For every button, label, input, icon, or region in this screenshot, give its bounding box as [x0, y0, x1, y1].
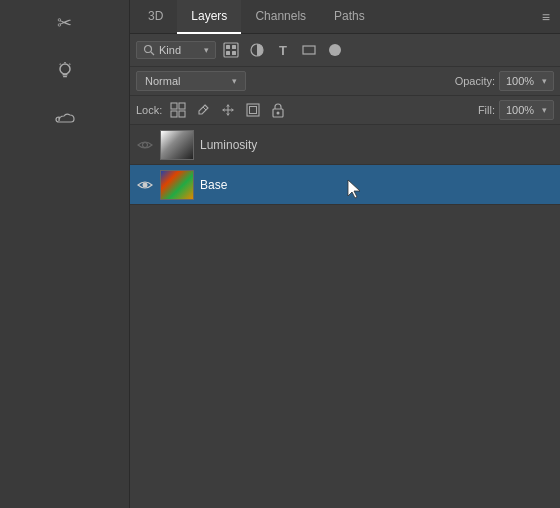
toolbar-row: Kind ▾ T: [130, 34, 560, 67]
layer-name-base: Base: [200, 178, 554, 192]
svg-rect-17: [179, 103, 185, 109]
fill-label: Fill:: [478, 104, 495, 116]
layer-item-base[interactable]: Base: [130, 165, 560, 205]
text-icon: T: [279, 43, 287, 58]
fill-section: Fill: 100% ▾: [478, 100, 554, 120]
shape-btn[interactable]: [298, 39, 320, 61]
layer-thumb-luminosity: [160, 130, 194, 160]
opacity-dropdown[interactable]: 100% ▾: [499, 71, 554, 91]
layer-item-luminosity[interactable]: Luminosity: [130, 125, 560, 165]
lock-move-btn[interactable]: [218, 100, 238, 120]
lock-all-btn[interactable]: [268, 100, 288, 120]
blend-row: Normal ▾ Opacity: 100% ▾: [130, 67, 560, 96]
tab-more-icon[interactable]: ≡: [536, 5, 556, 29]
svg-rect-12: [232, 51, 236, 55]
svg-rect-14: [303, 46, 315, 54]
opacity-chevron: ▾: [542, 76, 547, 86]
svg-rect-11: [226, 51, 230, 55]
lock-crop-btn[interactable]: [243, 100, 263, 120]
layer-visibility-luminosity[interactable]: [136, 136, 154, 154]
kind-chevron: ▾: [204, 45, 209, 55]
svg-line-7: [151, 52, 154, 55]
text-btn[interactable]: T: [272, 39, 294, 61]
blend-mode-chevron: ▾: [232, 76, 237, 86]
main-panel: 3D Layers Channels Paths ≡ Kind ▾: [130, 0, 560, 508]
svg-rect-8: [224, 43, 238, 57]
svg-rect-2: [63, 76, 67, 77]
lock-paint-btn[interactable]: [193, 100, 213, 120]
adjust-btn[interactable]: [324, 39, 346, 61]
image-filter-icon: [223, 42, 239, 58]
svg-rect-19: [179, 111, 185, 117]
blend-mode-label: Normal: [145, 75, 180, 87]
circle-btn[interactable]: [246, 39, 268, 61]
svg-rect-16: [171, 103, 177, 109]
tab-channels[interactable]: Channels: [241, 0, 320, 34]
svg-rect-9: [226, 45, 230, 49]
lock-paint-icon: [195, 102, 211, 118]
tab-paths[interactable]: Paths: [320, 0, 379, 34]
opacity-section: Opacity: 100% ▾: [455, 71, 554, 91]
lock-pixels-btn[interactable]: [168, 100, 188, 120]
cc-icon[interactable]: [52, 106, 78, 132]
svg-rect-18: [171, 111, 177, 117]
svg-point-6: [145, 46, 152, 53]
lock-icons: [168, 100, 288, 120]
tools-icon[interactable]: ✂: [52, 10, 78, 36]
svg-point-26: [277, 112, 280, 115]
opacity-label: Opacity:: [455, 75, 495, 87]
layers-list: Luminosity Base: [130, 125, 560, 508]
svg-point-0: [60, 64, 70, 74]
tab-bar: 3D Layers Channels Paths ≡: [130, 0, 560, 34]
lock-crop-icon: [245, 102, 261, 118]
svg-rect-10: [232, 45, 236, 49]
layer-name-luminosity: Luminosity: [200, 138, 554, 152]
kind-label: Kind: [159, 44, 181, 56]
kind-dropdown[interactable]: Kind ▾: [136, 41, 216, 59]
lock-pixels-icon: [170, 102, 186, 118]
svg-line-20: [203, 107, 206, 110]
tab-3d[interactable]: 3D: [134, 0, 177, 34]
adjust-icon: [327, 42, 343, 58]
svg-line-5: [59, 64, 60, 65]
svg-rect-24: [250, 107, 257, 114]
svg-rect-23: [247, 104, 259, 116]
fill-chevron: ▾: [542, 105, 547, 115]
layer-visibility-base[interactable]: [136, 176, 154, 194]
svg-rect-1: [62, 74, 67, 76]
lock-row: Lock:: [130, 96, 560, 125]
lock-all-icon: [271, 102, 285, 118]
svg-point-28: [143, 182, 148, 187]
layer-thumb-base: [160, 170, 194, 200]
shape-icon: [301, 42, 317, 58]
svg-point-15: [329, 44, 341, 56]
lock-label: Lock:: [136, 104, 162, 116]
opacity-value: 100%: [506, 75, 534, 87]
fill-dropdown[interactable]: 100% ▾: [499, 100, 554, 120]
fill-value: 100%: [506, 104, 534, 116]
lock-move-icon: [220, 102, 236, 118]
lightbulb-icon[interactable]: [52, 58, 78, 84]
blend-mode-dropdown[interactable]: Normal ▾: [136, 71, 246, 91]
image-filter-btn[interactable]: [220, 39, 242, 61]
search-icon: [143, 44, 155, 56]
left-toolbar: ✂: [0, 0, 130, 508]
svg-line-4: [69, 64, 70, 65]
svg-point-27: [143, 142, 148, 147]
tab-layers[interactable]: Layers: [177, 0, 241, 34]
circle-icon: [249, 42, 265, 58]
